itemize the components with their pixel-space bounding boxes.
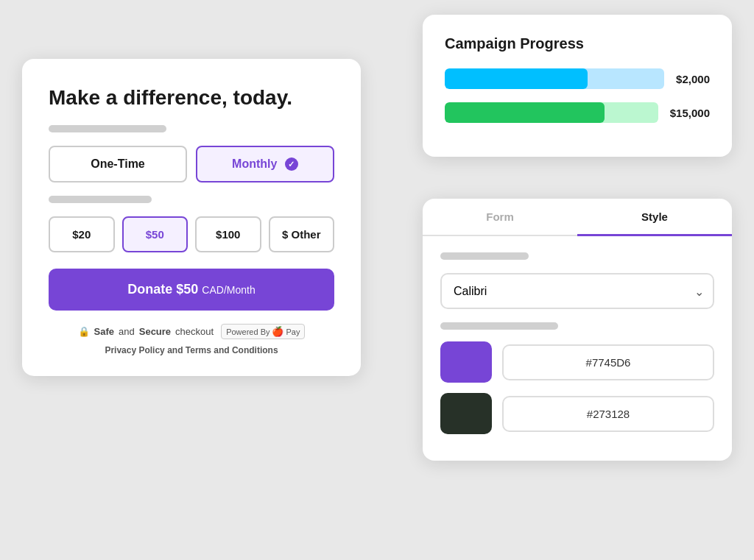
color-hex-purple[interactable]: #7745D6 [502, 344, 714, 380]
campaign-title: Campaign Progress [445, 35, 710, 52]
style-skeleton-2 [440, 322, 558, 330]
apple-pay-badge: Powered By 🍎 Pay [221, 324, 305, 339]
safe-label: Safe [94, 326, 114, 337]
progress-item-2: $15,000 [445, 102, 710, 123]
monthly-button[interactable]: Monthly ✓ [196, 146, 334, 183]
tabs-row: Form Style [423, 199, 732, 236]
amount-row: $20 $50 $100 $ Other [49, 216, 334, 252]
amount-50-button[interactable]: $50 [122, 216, 188, 252]
donation-title: Make a difference, today. [49, 85, 334, 110]
privacy-text[interactable]: Privacy Policy and Terms and Conditions [49, 345, 334, 355]
campaign-progress-card: Campaign Progress $2,000 $15,000 [423, 15, 732, 157]
secure-row: 🔒 Safe and Secure checkout Powered By 🍎 … [49, 324, 334, 339]
amount-100-button[interactable]: $100 [195, 216, 261, 252]
progress-label-2: $15,000 [670, 107, 710, 119]
amount-20-button[interactable]: $20 [49, 216, 115, 252]
color-row-1: #7745D6 [440, 341, 714, 383]
one-time-button[interactable]: One-Time [49, 146, 187, 183]
color-swatch-dark[interactable] [440, 393, 492, 434]
font-select[interactable]: Calibri Arial Georgia Times New Roman [440, 273, 714, 309]
skeleton-bar-2 [49, 196, 152, 203]
lock-icon: 🔒 [78, 326, 90, 337]
color-hex-dark[interactable]: #273128 [502, 396, 714, 432]
progress-fill-1 [445, 68, 588, 89]
frequency-row: One-Time Monthly ✓ [49, 146, 334, 183]
progress-label-1: $2,000 [676, 73, 710, 85]
powered-by-text: Powered By [226, 327, 269, 336]
style-panel-card: Form Style Calibri Arial Georgia Times N… [423, 199, 732, 461]
color-swatch-purple[interactable] [440, 341, 492, 383]
progress-fill-2 [445, 102, 605, 123]
color-row-2: #273128 [440, 393, 714, 434]
style-body: Calibri Arial Georgia Times New Roman ⌄ … [423, 236, 732, 461]
donation-form-card: Make a difference, today. One-Time Month… [22, 59, 361, 376]
tab-form[interactable]: Form [423, 199, 577, 235]
amount-other-button[interactable]: $ Other [269, 216, 335, 252]
style-skeleton-1 [440, 252, 529, 260]
donate-button[interactable]: Donate $50 CAD/Month [49, 269, 334, 311]
font-select-wrapper[interactable]: Calibri Arial Georgia Times New Roman ⌄ [440, 273, 714, 309]
secure-label: Secure [139, 326, 171, 337]
checkout-label: checkout [175, 326, 214, 337]
progress-bar-2-wrapper [445, 102, 658, 123]
apple-pay-text: Pay [286, 327, 300, 336]
and-label: and [119, 326, 135, 337]
progress-bar-1-wrapper [445, 68, 664, 89]
donate-amount: Donate $50 [127, 282, 198, 297]
check-icon: ✓ [285, 157, 298, 171]
donate-sub-text: CAD/Month [202, 284, 255, 296]
skeleton-bar-1 [49, 125, 166, 132]
progress-item-1: $2,000 [445, 68, 710, 89]
tab-style[interactable]: Style [577, 199, 732, 235]
